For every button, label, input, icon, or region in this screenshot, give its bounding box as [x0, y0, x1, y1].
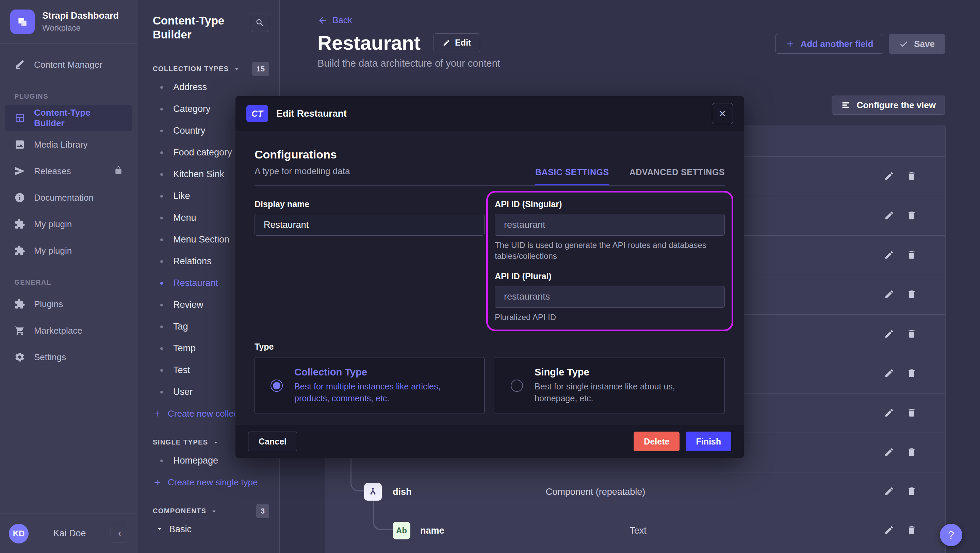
subnav-item-address[interactable]: Address — [153, 76, 269, 98]
chevron-down-icon — [210, 507, 218, 515]
sidebar-item-label: Content Manager — [34, 59, 102, 70]
sidebar-item-label: Marketplace — [34, 326, 82, 336]
close-icon[interactable]: ✕ — [712, 103, 733, 124]
cart-icon — [14, 325, 25, 336]
chevron-down-icon — [233, 65, 240, 73]
workspace-name: Workplace — [42, 23, 119, 33]
display-name-input[interactable] — [255, 214, 485, 236]
sidebar-item-my-plugin[interactable]: My plugin — [5, 238, 132, 264]
bullet-icon — [160, 326, 163, 328]
help-button[interactable]: ? — [940, 524, 962, 546]
finish-button[interactable]: Finish — [686, 432, 731, 451]
configure-view-button[interactable]: Configure the view — [832, 95, 945, 114]
trash-icon — [907, 289, 917, 299]
collapse-sidebar-button[interactable]: ‹ — [111, 525, 128, 542]
edit-button[interactable]: Edit — [434, 33, 480, 52]
sidebar-item-content-manager[interactable]: Content Manager — [5, 52, 132, 78]
sidebar-item-label: Content-Type Builder — [34, 108, 123, 129]
group-heading-collection-types[interactable]: COLLECTION TYPES15 — [153, 62, 269, 76]
divider — [153, 51, 169, 51]
api-id-plural-input[interactable] — [495, 286, 725, 308]
paper-plane-icon — [14, 165, 25, 176]
bullet-icon — [160, 238, 163, 241]
strapi-logo-icon — [10, 10, 35, 34]
add-another-field-button[interactable]: Add another field — [775, 34, 883, 54]
cancel-button[interactable]: Cancel — [248, 432, 297, 451]
nav-heading-general: GENERAL — [14, 278, 137, 286]
search-button[interactable] — [251, 14, 269, 32]
edit-field-button[interactable] — [884, 447, 894, 458]
edit-field-button[interactable] — [884, 525, 894, 536]
filter-lines-icon — [841, 100, 850, 110]
delete-field-button[interactable] — [907, 525, 917, 536]
create-new-single-type-link[interactable]: Create new single type — [153, 472, 269, 494]
single-type-option[interactable]: Single Type Best for single instance lik… — [495, 357, 725, 414]
edit-field-button[interactable] — [884, 249, 894, 261]
strapi-app: Strapi Dashboard Workplace Content Manag… — [0, 0, 980, 553]
bullet-icon — [160, 217, 163, 219]
collection-type-option[interactable]: Collection Type Best for multiple instan… — [255, 357, 485, 414]
delete-button[interactable]: Delete — [633, 432, 679, 451]
save-button[interactable]: Save — [889, 34, 945, 54]
bullet-icon — [160, 108, 163, 111]
api-id-singular-hint: The UID is used to generate the API rout… — [495, 240, 725, 262]
radio-unselected-icon[interactable] — [511, 380, 523, 392]
subnav-item-label: Category — [173, 104, 211, 114]
delete-field-button[interactable] — [907, 249, 917, 261]
modal-title: Edit Restaurant — [276, 108, 347, 119]
sidebar-item-plugins[interactable]: Plugins — [5, 291, 132, 317]
option-title: Single Type — [535, 367, 712, 378]
delete-field-button[interactable] — [907, 210, 917, 221]
sidebar-item-releases[interactable]: Releases — [5, 158, 132, 184]
bullet-icon — [160, 391, 163, 394]
subnav-item-label: Address — [173, 82, 207, 92]
tab-basic-settings[interactable]: BASIC SETTINGS — [535, 167, 609, 185]
sidebar-footer: KD Kai Doe ‹ — [0, 513, 137, 553]
delete-field-button[interactable] — [907, 407, 917, 419]
arrow-left-icon — [318, 15, 328, 25]
subnav-item-label: Restaurant — [173, 278, 218, 288]
app-sidebar: Strapi Dashboard Workplace Content Manag… — [0, 0, 137, 553]
radio-selected-icon[interactable] — [270, 380, 283, 392]
delete-field-button[interactable] — [907, 171, 917, 182]
delete-field-button[interactable] — [907, 447, 917, 458]
pencil-icon — [884, 171, 894, 181]
edit-field-button[interactable] — [884, 407, 894, 419]
bullet-icon — [160, 151, 163, 154]
edit-field-button[interactable] — [884, 368, 894, 379]
group-heading-components[interactable]: COMPONENTS3 — [153, 504, 269, 519]
edit-field-button[interactable] — [884, 171, 894, 182]
sidebar-item-settings[interactable]: Settings — [5, 344, 132, 370]
avatar[interactable]: KD — [9, 524, 29, 543]
delete-field-button[interactable] — [907, 329, 917, 340]
puzzle-icon — [14, 245, 25, 256]
edit-field-button[interactable] — [884, 329, 894, 340]
back-link[interactable]: Back — [318, 15, 352, 25]
sidebar-item-my-plugin[interactable]: My plugin — [5, 211, 132, 237]
sidebar-item-content-type-builder[interactable]: Content-Type Builder — [5, 105, 132, 131]
lock-icon — [114, 166, 123, 175]
subnav-item-label: Like — [173, 191, 190, 201]
edit-field-button[interactable] — [884, 486, 894, 497]
trash-icon — [907, 329, 917, 339]
subnav-item-basic[interactable]: Basic — [153, 519, 269, 540]
option-desc: Best for multiple instances like article… — [294, 381, 472, 404]
api-id-singular-input[interactable] — [495, 214, 725, 236]
bullet-icon — [160, 282, 163, 284]
count-badge: 15 — [252, 62, 269, 76]
subnav-item-label: Tag — [173, 321, 188, 332]
pencil-icon — [884, 486, 894, 496]
tab-advanced-settings[interactable]: ADVANCED SETTINGS — [630, 167, 725, 185]
workspace-brand[interactable]: Strapi Dashboard Workplace — [0, 0, 137, 43]
sidebar-item-documentation[interactable]: Documentation — [5, 185, 132, 211]
edit-field-button[interactable] — [884, 289, 894, 300]
delete-field-button[interactable] — [907, 486, 917, 497]
chevron-down-icon — [212, 439, 220, 446]
sidebar-item-media-library[interactable]: Media Library — [5, 132, 132, 157]
delete-field-button[interactable] — [907, 368, 917, 379]
delete-field-button[interactable] — [907, 289, 917, 300]
sidebar-item-marketplace[interactable]: Marketplace — [5, 318, 132, 343]
back-label: Back — [332, 15, 352, 25]
api-id-highlight-box: API ID (Singular) The UID is used to gen… — [495, 199, 725, 323]
edit-field-button[interactable] — [884, 210, 894, 221]
